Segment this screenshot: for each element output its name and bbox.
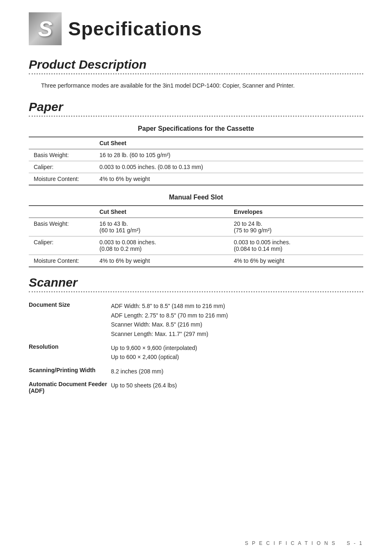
scanner-label: Scanning/Printing Width	[29, 364, 111, 376]
row-cut-sheet: 4% to 6% by weight	[95, 255, 229, 267]
table-row: Basis Weight:16 to 43 lb. (60 to 161 g/m…	[29, 218, 363, 236]
header-s-letter: S	[38, 16, 53, 41]
row-cut-sheet: 0.003 to 0.005 inches. (0.08 to 0.13 mm)	[95, 161, 363, 173]
product-description-section: Product Description Three performance mo…	[29, 58, 363, 90]
row-envelopes: 4% to 6% by weight	[229, 255, 363, 267]
table-row: Caliper:0.003 to 0.008 inches. (0.08 to …	[29, 236, 363, 255]
scanner-label: Resolution	[29, 341, 111, 352]
paper-section: Paper Paper Specifications for the Casse…	[29, 100, 363, 267]
dotted-rule-product	[29, 73, 363, 74]
table-row: Moisture Content:4% to 6% by weight4% to…	[29, 255, 363, 267]
scanner-label: Automatic Document Feeder (ADF)	[29, 378, 111, 396]
row-cut-sheet: 16 to 28 lb. (60 to 105 g/m²)	[95, 149, 363, 161]
row-label: Caliper:	[29, 236, 95, 255]
scanner-value: ADF Width: 5.8" to 8.5" (148 mm to 216 m…	[111, 299, 363, 341]
table-row: Moisture Content:4% to 6% by weight	[29, 173, 363, 185]
scanner-value: Up to 9,600 × 9,600 (interpolated) Up to…	[111, 341, 363, 364]
manual-feed-table: Cut Sheet Envelopes Basis Weight:16 to 4…	[29, 205, 363, 267]
row-cut-sheet: 16 to 43 lb. (60 to 161 g/m²)	[95, 218, 229, 236]
manual-feed-subheading: Manual Feed Slot	[29, 194, 363, 201]
cassette-col-empty	[29, 137, 95, 149]
table-row: Caliper:0.003 to 0.005 inches. (0.08 to …	[29, 161, 363, 173]
scanner-grid: Document SizeADF Width: 5.8" to 8.5" (14…	[29, 299, 363, 396]
scanner-label: Document Size	[29, 299, 111, 310]
page-title: Specifications	[68, 18, 202, 40]
manual-col-empty	[29, 206, 95, 218]
dotted-rule-paper	[29, 116, 363, 117]
product-description-body: Three performance modes are available fo…	[41, 81, 363, 90]
cassette-subheading: Paper Specifications for the Cassette	[29, 125, 363, 132]
scanner-section: Scanner Document SizeADF Width: 5.8" to …	[29, 276, 363, 396]
cassette-col-cut-sheet: Cut Sheet	[95, 137, 363, 149]
row-envelopes: 20 to 24 lb. (75 to 90 g/m²)	[229, 218, 363, 236]
footer-page: S - 1	[347, 540, 363, 546]
row-envelopes: 0.003 to 0.005 inches. (0.084 to 0.14 mm…	[229, 236, 363, 255]
paper-heading: Paper	[29, 100, 363, 114]
cassette-table: Cut Sheet Basis Weight:16 to 28 lb. (60 …	[29, 137, 363, 185]
scanner-value: Up to 50 sheets (26.4 lbs)	[111, 378, 363, 396]
page-header: S Specifications	[29, 12, 363, 45]
row-label: Caliper:	[29, 161, 95, 173]
row-cut-sheet: 4% to 6% by weight	[95, 173, 363, 185]
row-label: Basis Weight:	[29, 149, 95, 161]
scanner-heading: Scanner	[29, 276, 363, 290]
footer-text: S P E C I F I C A T I O N S	[245, 540, 336, 546]
scanner-value: 8.2 inches (208 mm)	[111, 364, 363, 378]
manual-col-envelopes: Envelopes	[229, 206, 363, 218]
dotted-rule-scanner	[29, 291, 363, 292]
table-row: Basis Weight:16 to 28 lb. (60 to 105 g/m…	[29, 149, 363, 161]
row-label: Basis Weight:	[29, 218, 95, 236]
header-s-box: S	[29, 12, 62, 45]
product-description-text: Three performance modes are available fo…	[41, 81, 363, 90]
manual-col-cut-sheet: Cut Sheet	[95, 206, 229, 218]
row-label: Moisture Content:	[29, 255, 95, 267]
product-description-heading: Product Description	[29, 58, 363, 72]
row-cut-sheet: 0.003 to 0.008 inches. (0.08 to 0.2 mm)	[95, 236, 229, 255]
page-footer: S P E C I F I C A T I O N S S - 1	[245, 540, 363, 546]
row-label: Moisture Content:	[29, 173, 95, 185]
